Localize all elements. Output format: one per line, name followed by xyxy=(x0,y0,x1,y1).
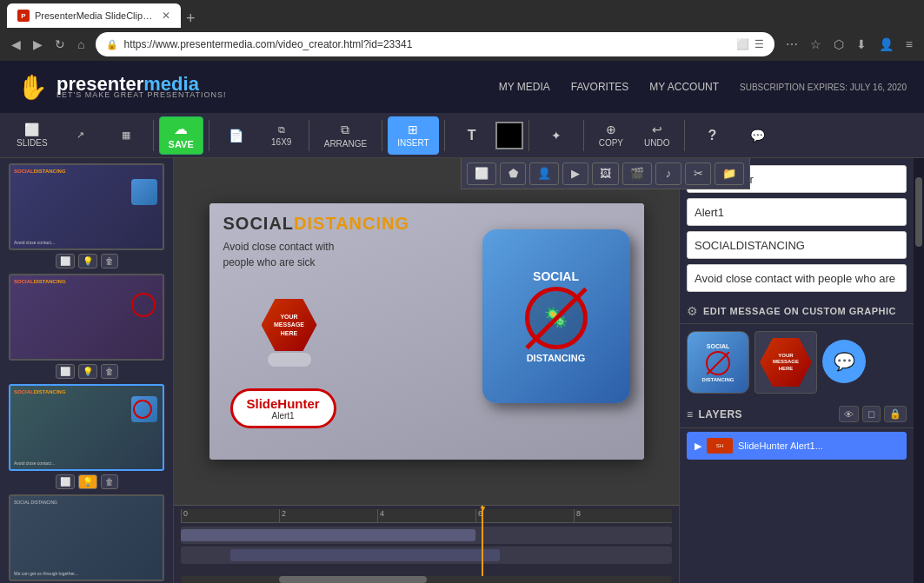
person-icon: 👤 xyxy=(537,167,551,180)
color-swatch[interactable] xyxy=(495,122,523,149)
address-bar[interactable]: 🔒 https://www.presentermedia.com/video_c… xyxy=(96,32,774,56)
thumb-1-animate[interactable]: 💡 xyxy=(78,254,97,268)
timeline-scrollbar[interactable] xyxy=(181,576,672,583)
slide-thumb-3[interactable]: SOCIALDISTANCING Avoid close contact... xyxy=(9,384,164,471)
layer-hide-button[interactable]: ◻ xyxy=(862,406,881,422)
thumb-2-animate[interactable]: 💡 xyxy=(78,364,97,379)
music-insert-button[interactable]: ♪ xyxy=(655,162,681,185)
favicon: P xyxy=(17,10,30,22)
copy-button[interactable]: ⊕ COPY xyxy=(589,116,633,155)
nav-my-media[interactable]: MY MEDIA xyxy=(499,81,550,93)
separator-1 xyxy=(153,120,154,151)
field-avoid-contact[interactable] xyxy=(687,264,907,292)
media-insert-button[interactable]: ▶ xyxy=(562,162,588,185)
new-tab-button[interactable]: + xyxy=(181,10,201,28)
field-social-distancing[interactable] xyxy=(687,231,907,259)
back-button[interactable]: ◀ xyxy=(7,36,25,53)
thumb-2-controls: ⬜ 💡 🗑 xyxy=(0,362,173,384)
arrange-label: ARRANGE xyxy=(324,139,367,149)
edit-message-header: ⚙ EDIT MESSAGE ON CUSTOM GRAPHIC xyxy=(680,299,914,324)
browser-tab[interactable]: P PresenterMedia SlideClip Video... ✕ xyxy=(7,3,181,28)
timeline-marker-2: 2 xyxy=(279,509,377,522)
graphic-sign-item[interactable]: YOURMESSAGEHERE xyxy=(754,331,817,394)
thumb-2-layout[interactable]: ⬜ xyxy=(56,364,75,379)
nav-favorites[interactable]: FAVORITES xyxy=(571,81,628,93)
save-icon: ☁ xyxy=(174,121,188,137)
separator-4 xyxy=(382,120,382,151)
arrange-button[interactable]: ⧉ ARRANGE xyxy=(315,116,376,155)
layers-controls: 👁 ◻ 🔒 xyxy=(839,406,907,422)
account-button[interactable]: 👤 xyxy=(874,36,898,53)
undo-icon: ↩ xyxy=(652,123,662,136)
undo-button[interactable]: ↩ UNDO xyxy=(635,116,679,155)
menu-button[interactable]: ≡ xyxy=(901,36,917,53)
field-alert1[interactable] xyxy=(687,198,907,226)
logo-tagline: LET'S MAKE GREAT PRESENTATIONS! xyxy=(57,90,227,99)
slide-thumb-2[interactable]: SOCIALDISTANCING xyxy=(9,274,164,361)
share-button[interactable]: ↗ xyxy=(59,116,103,155)
grid-button[interactable]: ▦ xyxy=(104,116,148,155)
layer-item-0[interactable]: ▶ SH SlideHunter Alert1... xyxy=(687,432,907,460)
app-header: ✋ presentermedia LET'S MAKE GREAT PRESEN… xyxy=(0,61,924,113)
nav-my-account[interactable]: MY ACCOUNT xyxy=(649,81,719,93)
video-icon: 🎬 xyxy=(630,167,644,180)
slide-frame[interactable]: SOCIALDISTANCING Avoid close contact wit… xyxy=(209,203,644,460)
thumb-2-delete[interactable]: 🗑 xyxy=(101,364,118,379)
layer-eye-button[interactable]: 👁 xyxy=(839,406,859,422)
slide-thumb-4[interactable]: SOCIAL DISTANCING We can get us through … xyxy=(9,494,164,581)
virus-circle: 🦠 xyxy=(525,287,588,349)
thumb-1-delete[interactable]: 🗑 xyxy=(101,254,118,268)
thumb-3-animate[interactable]: 💡 xyxy=(78,474,97,489)
copy-label: COPY xyxy=(599,138,623,148)
music-icon: ♪ xyxy=(666,167,672,180)
layer-lock-button[interactable]: 🔒 xyxy=(884,406,907,422)
slide-thumb-1[interactable]: SOCIALDISTANCING Avoid close contact... xyxy=(9,163,164,250)
page-button[interactable]: 📄 xyxy=(215,116,258,155)
tab-close-button[interactable]: ✕ xyxy=(162,10,170,22)
browser-actions: ⋯ ☆ ⬡ ⬇ 👤 ≡ xyxy=(781,36,917,53)
chat-button[interactable]: 💬 xyxy=(735,116,779,155)
extensions-button[interactable]: ⋯ xyxy=(781,36,802,53)
thumb-3-delete[interactable]: 🗑 xyxy=(101,474,118,489)
help-button[interactable]: ? xyxy=(690,116,734,155)
thumb-1-layout[interactable]: ⬜ xyxy=(56,254,75,268)
slide-social-cube[interactable]: SOCIAL 🦠 DISTANCING xyxy=(482,229,630,403)
people-insert-button[interactable]: ⬟ xyxy=(500,162,526,185)
ratio-button[interactable]: ⧉ 16X9 xyxy=(260,116,303,155)
thumb-3-layout[interactable]: ⬜ xyxy=(56,474,75,489)
right-scrollbar[interactable] xyxy=(914,158,924,583)
scroll-thumb[interactable] xyxy=(915,177,922,247)
shape-insert-button[interactable]: ⬜ xyxy=(467,162,496,185)
extensions-puzzle-button[interactable]: ⬡ xyxy=(829,36,848,53)
wand-button[interactable]: ✦ xyxy=(535,116,578,155)
graphic-cube-item[interactable]: SOCIAL DISTANCING xyxy=(687,331,749,394)
video-insert-button[interactable]: 🎬 xyxy=(622,162,652,185)
text-format-button[interactable]: T xyxy=(450,116,494,155)
thumb-1-controls: ⬜ 💡 🗑 xyxy=(0,252,173,274)
timeline-track-1[interactable] xyxy=(181,527,672,544)
text-icon: T xyxy=(468,128,476,143)
file-icon: 📁 xyxy=(722,167,736,180)
scissors-insert-button[interactable]: ✂ xyxy=(685,162,711,185)
ratio-icon: ⧉ xyxy=(278,124,285,136)
chat-bubble-button[interactable]: 💬 xyxy=(822,340,866,383)
save-button[interactable]: ☁ SAVE xyxy=(159,116,203,155)
layers-section-header: ≡ LAYERS 👁 ◻ 🔒 xyxy=(680,401,914,428)
grid-icon: ▦ xyxy=(122,129,130,141)
slide-sign-area[interactable]: YOUR MESSAGE HERE xyxy=(262,299,317,368)
timeline-track-2[interactable] xyxy=(181,547,672,564)
forward-button[interactable]: ▶ xyxy=(29,36,47,53)
home-button[interactable]: ⌂ xyxy=(73,36,89,53)
star-button[interactable]: ☆ xyxy=(806,36,826,53)
slide-nameplate[interactable]: SlideHunter Alert1 xyxy=(230,388,336,428)
separator-5 xyxy=(444,120,445,151)
insert-button[interactable]: ⊞ INSERT xyxy=(388,116,439,155)
person-insert-button[interactable]: 👤 xyxy=(529,162,559,185)
image-insert-button[interactable]: 🖼 xyxy=(592,162,619,185)
file-insert-button[interactable]: 📁 xyxy=(715,162,744,185)
slides-button[interactable]: ⬜ SLIDES xyxy=(7,116,57,155)
copy-icon: ⊕ xyxy=(606,123,616,136)
insert-icon: ⊞ xyxy=(408,123,418,136)
refresh-button[interactable]: ↻ xyxy=(50,36,70,53)
download-button[interactable]: ⬇ xyxy=(852,36,871,53)
